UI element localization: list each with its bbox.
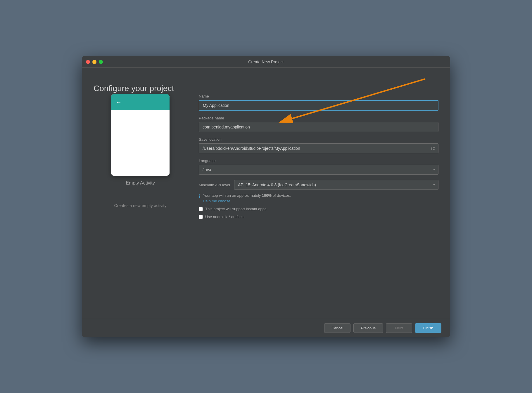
package-field-group: Package name — [199, 116, 438, 132]
androidx-checkbox-row: Use androidx.* artifacts — [199, 215, 438, 219]
info-text-prefix: Your app will run on approximately — [203, 193, 262, 198]
save-location-wrapper: 🗂 — [199, 143, 438, 153]
cancel-button[interactable]: Cancel — [324, 323, 350, 333]
traffic-lights — [86, 60, 103, 64]
info-percent: 100% — [262, 193, 272, 198]
name-input[interactable] — [199, 100, 438, 111]
language-select[interactable]: Java Kotlin — [199, 165, 438, 175]
left-panel: ← Empty Activity Creates a new empty act… — [94, 94, 187, 313]
info-text-suffix: of devices. — [272, 193, 291, 198]
language-label: Language — [199, 159, 438, 163]
phone-header: ← — [111, 94, 170, 110]
api-select[interactable]: API 15: Android 4.0.3 (IceCreamSandwich)… — [234, 180, 438, 190]
maximize-button[interactable] — [99, 60, 103, 64]
next-button[interactable]: Next — [386, 323, 412, 333]
save-location-field-group: Save location 🗂 — [199, 137, 438, 153]
info-icon: ℹ — [199, 194, 201, 199]
api-info-row: ℹ Your app will run on approximately 100… — [199, 193, 438, 203]
min-api-label: Minimum API level — [199, 183, 230, 187]
close-button[interactable] — [86, 60, 90, 64]
phone-body — [111, 110, 170, 176]
save-location-input[interactable] — [199, 143, 438, 153]
help-me-choose-link[interactable]: Help me choose — [203, 199, 291, 203]
previous-button[interactable]: Previous — [353, 323, 383, 333]
language-dropdown-wrapper: Java Kotlin ▾ — [199, 165, 438, 175]
api-info-text: Your app will run on approximately 100% … — [203, 193, 291, 203]
api-row: Minimum API level API 15: Android 4.0.3 … — [199, 180, 438, 190]
activity-desc: Creates a new empty activity — [114, 203, 167, 208]
language-field-group: Language Java Kotlin ▾ — [199, 159, 438, 175]
minimize-button[interactable] — [92, 60, 96, 64]
androidx-label: Use androidx.* artifacts — [205, 215, 244, 219]
name-field-group: Name — [199, 94, 438, 111]
instant-apps-checkbox[interactable] — [199, 207, 203, 211]
page-title: Configure your project — [94, 84, 174, 93]
footer: Cancel Previous Next Finish — [82, 319, 450, 337]
title-bar: Create New Project — [82, 56, 450, 68]
api-dropdown-wrapper: API 15: Android 4.0.3 (IceCreamSandwich)… — [234, 180, 438, 190]
finish-button[interactable]: Finish — [415, 323, 441, 333]
package-label: Package name — [199, 116, 438, 120]
window-title: Create New Project — [248, 60, 284, 64]
instant-apps-label: This project will support instant apps — [205, 207, 267, 211]
name-label: Name — [199, 94, 438, 98]
activity-label: Empty Activity — [126, 180, 155, 186]
phone-preview: ← — [111, 94, 170, 176]
back-arrow-icon: ← — [116, 99, 122, 105]
save-location-label: Save location — [199, 137, 438, 142]
api-section: Minimum API level API 15: Android 4.0.3 … — [199, 180, 438, 219]
package-input[interactable] — [199, 122, 438, 132]
right-panel: Name Package name Save location 🗂 — [199, 94, 438, 313]
folder-icon[interactable]: 🗂 — [431, 146, 436, 151]
androidx-checkbox[interactable] — [199, 215, 203, 219]
instant-apps-checkbox-row: This project will support instant apps — [199, 207, 438, 211]
